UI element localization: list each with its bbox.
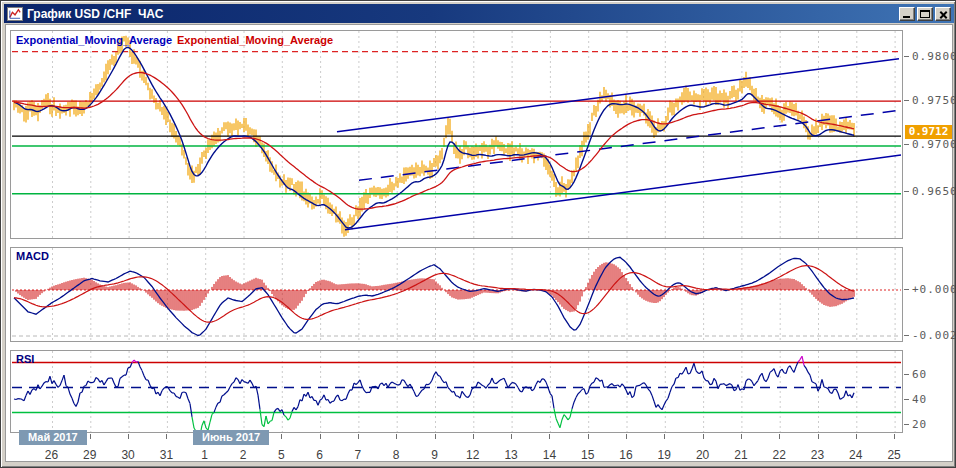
- window-controls: [897, 7, 951, 21]
- price-chart-svg: [11, 31, 902, 238]
- close-button[interactable]: [935, 7, 951, 21]
- macd-label: MACD: [16, 250, 49, 262]
- rsi-chart-svg: [11, 351, 902, 432]
- minimize-icon: [903, 16, 910, 18]
- window-title: График USD /CHF ЧАС: [27, 7, 163, 21]
- rsi-label: RSI: [16, 353, 34, 365]
- maximize-icon: [920, 10, 930, 18]
- price-panel: Exponential_Moving_Average Exponential_M…: [10, 30, 903, 239]
- macd-chart-svg: [11, 248, 902, 341]
- macd-panel: MACD: [10, 247, 903, 342]
- ema-slow-label: Exponential_Moving_Average: [177, 34, 333, 46]
- chart-window: График USD /CHF ЧАС Exponential_Moving_A…: [0, 0, 956, 468]
- rsi-panel: RSI: [10, 350, 903, 433]
- ema-fast-label: Exponential_Moving_Average: [16, 34, 172, 46]
- chart-icon: [7, 7, 23, 21]
- maximize-button[interactable]: [917, 7, 933, 21]
- title-bar[interactable]: График USD /CHF ЧАС: [4, 4, 954, 23]
- minimize-button[interactable]: [899, 7, 915, 21]
